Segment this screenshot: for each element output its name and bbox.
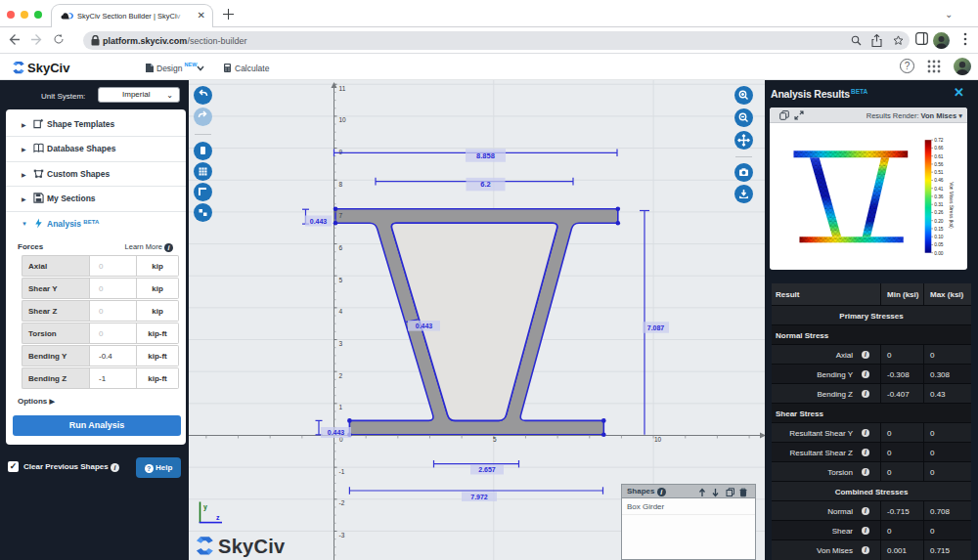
svg-text:5: 5 (493, 436, 497, 443)
svg-text:7.972: 7.972 (470, 494, 488, 500)
svg-text:8: 8 (339, 181, 343, 188)
svg-text:10: 10 (339, 116, 347, 123)
svg-text:0.36: 0.36 (934, 194, 944, 199)
svg-text:0.443: 0.443 (416, 323, 433, 329)
svg-text:Von Mises Stress (ksi): Von Mises Stress (ksi) (949, 182, 954, 229)
svg-text:-1: -1 (339, 468, 345, 475)
svg-text:0.00: 0.00 (934, 251, 944, 256)
svg-text:0.20: 0.20 (934, 219, 944, 224)
svg-text:0.41: 0.41 (934, 187, 944, 192)
svg-text:-3: -3 (339, 532, 345, 538)
svg-text:2: 2 (339, 372, 343, 379)
svg-text:1: 1 (339, 404, 343, 410)
svg-text:6: 6 (339, 244, 343, 251)
svg-text:4: 4 (339, 308, 343, 315)
svg-text:0.05: 0.05 (934, 242, 944, 247)
svg-text:0.56: 0.56 (934, 162, 944, 167)
svg-text:3: 3 (339, 340, 343, 347)
svg-text:y: y (203, 503, 207, 511)
svg-text:7.087: 7.087 (647, 324, 665, 331)
svg-text:8.858: 8.858 (476, 151, 495, 160)
svg-text:0.31: 0.31 (934, 202, 944, 207)
svg-text:SkyCiv: SkyCiv (218, 536, 286, 557)
svg-text:0.61: 0.61 (934, 154, 944, 159)
svg-text:7: 7 (339, 212, 343, 219)
svg-text:0.46: 0.46 (934, 178, 944, 183)
svg-text:-2: -2 (339, 499, 345, 506)
svg-text:0.443: 0.443 (310, 218, 328, 225)
svg-text:9: 9 (339, 149, 343, 155)
svg-text:0.72: 0.72 (934, 138, 944, 143)
svg-text:2.657: 2.657 (478, 466, 496, 473)
svg-text:0.66: 0.66 (934, 146, 944, 151)
svg-text:0.26: 0.26 (934, 210, 944, 215)
svg-text:z: z (216, 514, 220, 521)
svg-text:0.51: 0.51 (934, 170, 944, 175)
svg-text:0.15: 0.15 (934, 227, 944, 232)
svg-text:0.10: 0.10 (934, 235, 944, 239)
svg-text:5: 5 (339, 277, 343, 283)
svg-text:6.2: 6.2 (480, 180, 490, 189)
svg-text:11: 11 (339, 85, 346, 92)
svg-text:0.443: 0.443 (328, 429, 345, 436)
svg-text:10: 10 (654, 436, 662, 443)
